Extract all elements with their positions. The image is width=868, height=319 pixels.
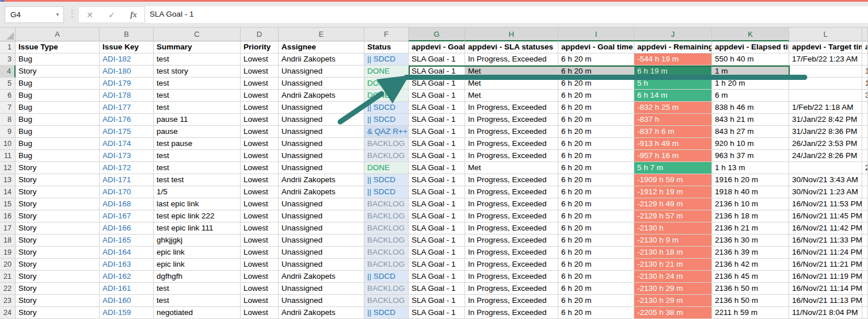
- cell-M12[interactable]: 2: [862, 162, 868, 174]
- cell-B18[interactable]: ADI-165: [100, 235, 154, 247]
- cell-I19[interactable]: 6 h 20 m: [558, 247, 634, 259]
- cell-I22[interactable]: 6 h 20 m: [558, 283, 634, 295]
- cell-D24[interactable]: Lowest: [241, 307, 279, 319]
- cell-I18[interactable]: 6 h 20 m: [558, 235, 634, 247]
- cell-J8[interactable]: -837 h: [634, 114, 712, 126]
- cell-F13[interactable]: || SDCD: [364, 174, 409, 186]
- cell-E23[interactable]: Unassigned: [279, 295, 364, 307]
- cell-L5[interactable]: [789, 78, 862, 90]
- cell-A12[interactable]: Story: [16, 162, 100, 174]
- cell-D8[interactable]: Lowest: [241, 114, 279, 126]
- cell-L3[interactable]: 17/Feb/22 1:23 AM: [789, 53, 862, 66]
- cell-I23[interactable]: 6 h 20 m: [558, 295, 634, 307]
- column-header-F[interactable]: F: [364, 28, 409, 41]
- cell-F7[interactable]: || SDCD: [364, 102, 409, 114]
- cell-H18[interactable]: In Progress, Exceeded: [465, 235, 558, 247]
- cell-J6[interactable]: 6 h 14 m: [634, 90, 712, 102]
- insert-function-icon[interactable]: fx: [123, 10, 144, 20]
- cell-D12[interactable]: Lowest: [241, 162, 279, 174]
- cell-L19[interactable]: 16/Nov/21 11:24 PM: [789, 247, 862, 259]
- cell-I13[interactable]: 6 h 20 m: [558, 174, 634, 186]
- cell-M10[interactable]: [862, 138, 868, 150]
- cell-B20[interactable]: ADI-163: [100, 259, 154, 271]
- cell-H17[interactable]: In Progress, Exceeded: [465, 222, 558, 235]
- cell-G9[interactable]: SLA Goal - 1: [409, 126, 465, 138]
- cell-D7[interactable]: Lowest: [241, 102, 279, 114]
- cell-J19[interactable]: -2130 h 18 m: [634, 247, 712, 259]
- cell-G19[interactable]: SLA Goal - 1: [409, 247, 465, 259]
- cell-A11[interactable]: Bug: [16, 150, 100, 162]
- cell-F23[interactable]: BACKLOG: [364, 295, 409, 307]
- fill-handle[interactable]: [787, 75, 790, 79]
- cell-H13[interactable]: In Progress, Exceeded: [465, 174, 558, 186]
- cell-A16[interactable]: Story: [16, 210, 100, 222]
- cell-H15[interactable]: In Progress, Exceeded: [465, 198, 558, 210]
- header-cell-target[interactable]: appdevi - Target tim: [789, 41, 862, 53]
- row-header-17[interactable]: 17: [0, 222, 16, 235]
- cell-K22[interactable]: 2136 h 50 m: [712, 283, 789, 295]
- cell-B7[interactable]: ADI-177: [100, 102, 154, 114]
- cell-G11[interactable]: SLA Goal - 1: [409, 150, 465, 162]
- cell-M22[interactable]: [862, 283, 868, 295]
- cell-J9[interactable]: -837 h 6 m: [634, 126, 712, 138]
- cell-D10[interactable]: Lowest: [241, 138, 279, 150]
- cell-L6[interactable]: [789, 90, 862, 102]
- cell-K19[interactable]: 2136 h 39 m: [712, 247, 789, 259]
- cell-F16[interactable]: BACKLOG: [364, 210, 409, 222]
- cell-K4[interactable]: 1 m: [712, 66, 789, 78]
- cell-M3[interactable]: [862, 53, 868, 66]
- cell-D14[interactable]: Lowest: [241, 186, 279, 198]
- cell-H23[interactable]: In Progress, Exceeded: [465, 295, 558, 307]
- column-header-B[interactable]: B: [100, 28, 154, 41]
- column-header-I[interactable]: I: [558, 28, 634, 41]
- name-box[interactable]: G4 ▼: [5, 6, 64, 23]
- cell-J11[interactable]: -957 h 16 m: [634, 150, 712, 162]
- cell-K21[interactable]: 2136 h 45 m: [712, 271, 789, 283]
- cell-L8[interactable]: 31/Jan/22 8:42 PM: [789, 114, 862, 126]
- cell-B24[interactable]: ADI-159: [100, 307, 154, 319]
- cell-D6[interactable]: Lowest: [241, 90, 279, 102]
- column-header-D[interactable]: D: [241, 28, 279, 41]
- cell-J22[interactable]: -2130 h 29 m: [634, 283, 712, 295]
- cell-J20[interactable]: -2130 h 21 m: [634, 259, 712, 271]
- cell-L10[interactable]: 26/Jan/22 3:53 PM: [789, 138, 862, 150]
- row-header-11[interactable]: 11: [0, 150, 16, 162]
- cell-E11[interactable]: Unassigned: [279, 150, 364, 162]
- cell-C19[interactable]: epic link: [154, 247, 241, 259]
- name-box-dropdown-icon[interactable]: ▼: [55, 7, 60, 22]
- cell-C10[interactable]: test pause: [154, 138, 241, 150]
- cell-A21[interactable]: Story: [16, 271, 100, 283]
- row-header-15[interactable]: 15: [0, 198, 16, 210]
- cell-B6[interactable]: ADI-178: [100, 90, 154, 102]
- column-header-A[interactable]: A: [16, 28, 100, 41]
- cell-D3[interactable]: Lowest: [241, 53, 279, 66]
- cell-I24[interactable]: 6 h 20 m: [558, 307, 634, 319]
- column-header-J[interactable]: J: [634, 28, 712, 41]
- cell-H3[interactable]: In Progress, Exceeded: [465, 53, 558, 66]
- cell-L9[interactable]: 31/Jan/22 8:36 PM: [789, 126, 862, 138]
- cell-G14[interactable]: SLA Goal - 1: [409, 186, 465, 198]
- cell-M6[interactable]: 3: [862, 90, 868, 102]
- cell-L20[interactable]: 16/Nov/21 11:21 PM: [789, 259, 862, 271]
- cell-E9[interactable]: Unassigned: [279, 126, 364, 138]
- cell-M17[interactable]: [862, 222, 868, 235]
- cell-J14[interactable]: -1912 h 19 m: [634, 186, 712, 198]
- cell-H12[interactable]: Met: [465, 162, 558, 174]
- row-header-21[interactable]: 21: [0, 271, 16, 283]
- cell-L12[interactable]: [789, 162, 862, 174]
- header-cell-assignee[interactable]: Assignee: [279, 41, 364, 53]
- cell-I20[interactable]: 6 h 20 m: [558, 259, 634, 271]
- cell-F19[interactable]: BACKLOG: [364, 247, 409, 259]
- row-header-24[interactable]: 24: [0, 307, 16, 319]
- cell-G22[interactable]: SLA Goal - 1: [409, 283, 465, 295]
- cell-B22[interactable]: ADI-161: [100, 283, 154, 295]
- cell-M16[interactable]: [862, 210, 868, 222]
- cell-G17[interactable]: SLA Goal - 1: [409, 222, 465, 235]
- column-header-E[interactable]: E: [279, 28, 364, 41]
- cell-F4[interactable]: DONE: [364, 66, 409, 78]
- cell-C22[interactable]: test: [154, 283, 241, 295]
- cell-F12[interactable]: DONE: [364, 162, 409, 174]
- cell-G15[interactable]: SLA Goal - 1: [409, 198, 465, 210]
- cell-B12[interactable]: ADI-172: [100, 162, 154, 174]
- cell-H10[interactable]: In Progress, Exceeded: [465, 138, 558, 150]
